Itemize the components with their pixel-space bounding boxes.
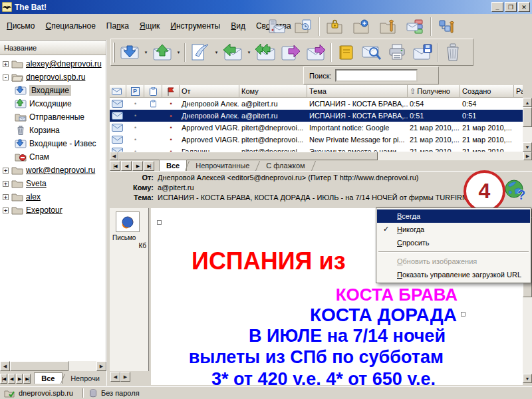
tree-item-outbox[interactable]: Исходящие (0, 97, 106, 110)
column-received[interactable]: ⇧ Получено (408, 85, 460, 98)
expand-icon[interactable]: + (3, 194, 9, 200)
column-subject[interactable]: Тема (307, 85, 408, 98)
list-tab-flagged[interactable]: С флажком (258, 160, 313, 171)
tree-item-account[interactable]: + alex (0, 190, 106, 203)
find-message-button[interactable] (359, 41, 384, 64)
network-setup-button[interactable] (434, 16, 460, 37)
tree-item-trash[interactable]: Корзина (0, 124, 106, 137)
tab-last-button[interactable]: ▶| (144, 161, 154, 171)
tree-item-account[interactable]: + alexey@dneprovoi.ru (0, 57, 106, 70)
tree-item-sent[interactable]: Отправленные (0, 110, 106, 124)
column-from[interactable]: От (180, 85, 239, 98)
scrollbar-thumb[interactable] (10, 361, 68, 371)
delete-button[interactable] (440, 41, 466, 64)
scrollbar-thumb[interactable] (118, 152, 378, 160)
menu-item-always[interactable]: Всегда (377, 209, 530, 223)
folder-new-button[interactable] (348, 16, 375, 37)
menu-item-ask[interactable]: Спросить (377, 236, 530, 249)
status-password[interactable]: Без пароля (101, 389, 140, 397)
column-to[interactable]: Кому (239, 85, 307, 98)
scroll-right-button[interactable]: ▶ (523, 152, 532, 160)
tree-header[interactable]: Название (0, 40, 106, 55)
new-message-button[interactable] (188, 41, 213, 64)
message-row[interactable]: • • Галанин pitert@dneprovoi Экономьте в… (110, 146, 523, 152)
list-tab-unread[interactable]: Непрочитанные (188, 160, 257, 171)
list-vscrollbar[interactable]: ▲ ▼ (523, 98, 532, 152)
folder-setup-button[interactable] (375, 16, 402, 37)
sidebar-hscrollbar[interactable]: ◀ ▶ (0, 361, 106, 371)
minimize-button[interactable]: _ (491, 2, 503, 12)
close-button[interactable]: ✕ (518, 2, 530, 12)
redirect-button[interactable] (303, 41, 329, 64)
restore-button[interactable]: ❐ (505, 2, 517, 12)
title-bar[interactable]: The Bat! _ ❐ ✕ (0, 0, 532, 14)
tab-next-button[interactable]: ▶ (16, 374, 23, 384)
message-row[interactable]: • • Approved VIAGR... pitert@dneprovoi..… (110, 122, 523, 134)
tree-item-inbox[interactable]: Входящие (0, 84, 106, 97)
tree-item-account[interactable]: + Sveta (0, 177, 106, 190)
save-message-button[interactable] (410, 41, 435, 64)
message-row[interactable]: • • Approved VIAGR... pitert@dneprovoi..… (110, 134, 523, 146)
column-created[interactable]: Создано (460, 85, 514, 98)
sidebar-tab-all[interactable]: Все (34, 372, 62, 384)
message-row-selected[interactable]: • • Днепровой Алек... a@pitert.ru ИСПАНИ… (110, 110, 523, 122)
folder-lock-button[interactable] (322, 16, 348, 37)
column-priority[interactable]: P (126, 85, 144, 98)
tree-item-account[interactable]: + Exepotour (0, 203, 106, 217)
collapse-icon[interactable]: - (3, 74, 9, 80)
address-book-button[interactable] (334, 41, 359, 64)
print-button[interactable] (384, 41, 410, 64)
scroll-down-button[interactable]: ▼ (523, 374, 532, 383)
reply-button[interactable] (220, 41, 245, 64)
accounts-sorting-button[interactable] (402, 16, 428, 37)
image-download-globe-icon[interactable]: ? (504, 179, 526, 201)
tab-prev-button[interactable]: ◀ (121, 161, 132, 171)
column-flag[interactable] (162, 85, 180, 98)
scroll-left-button[interactable]: ◀ (0, 361, 10, 371)
menu-instrumenty[interactable]: Инструменты (165, 19, 225, 33)
forward-button[interactable] (278, 41, 303, 64)
message-row[interactable]: • • Днепровой Алек... a@pitert.ru ИСПАНИ… (110, 98, 523, 110)
search-input[interactable] (335, 69, 418, 82)
menu-papka[interactable]: Папка (101, 19, 134, 33)
scrollbar-thumb[interactable] (523, 107, 532, 127)
list-tab-all[interactable]: Все (159, 160, 187, 171)
menu-item-url-download-manager[interactable]: Показать управление загрузкой URL (377, 268, 530, 281)
expand-icon[interactable]: + (3, 181, 9, 187)
column-size[interactable]: Ра (514, 85, 523, 98)
receive-mail-button[interactable] (117, 41, 142, 64)
menu-vid[interactable]: Вид (225, 19, 251, 33)
tree-item-account[interactable]: - dneprovoi.spb.ru (0, 70, 106, 84)
menu-pismo[interactable]: Письмо (1, 19, 41, 33)
expand-icon[interactable]: + (3, 61, 9, 67)
scroll-left-button[interactable]: ◀ (110, 372, 120, 382)
scroll-down-button[interactable]: ▼ (523, 142, 532, 152)
tab-first-button[interactable]: |◀ (110, 161, 120, 171)
tree-item-inbox-news[interactable]: Входящие - Извес (0, 137, 106, 150)
menu-yashchik[interactable]: Ящик (134, 19, 166, 33)
expand-icon[interactable]: + (3, 168, 9, 174)
tree-item-account[interactable]: + work@dneprovoi.ru (0, 164, 106, 177)
mail-server-button[interactable] (263, 16, 290, 37)
tab-last-button[interactable]: ▶| (23, 374, 31, 384)
tree-item-spam[interactable]: Спам (0, 150, 106, 164)
receive-dropdown[interactable]: ▼ (142, 41, 150, 64)
new-message-dropdown[interactable]: ▼ (213, 41, 220, 64)
scroll-left-button[interactable]: ◀ (110, 152, 118, 160)
reply-all-button[interactable] (253, 41, 278, 64)
attachment-item[interactable] (116, 211, 140, 232)
status-account[interactable]: dneprovoi.spb.ru (19, 389, 73, 397)
sidebar-tab-unread[interactable]: Непрочи (63, 373, 108, 384)
folder-history-button[interactable] (290, 16, 317, 37)
column-envelope[interactable] (110, 85, 126, 98)
attachment-hscrollbar[interactable]: ◀ ▶ (110, 372, 130, 382)
expand-icon[interactable]: + (3, 207, 9, 213)
scroll-up-button[interactable]: ▲ (523, 98, 532, 107)
toolbar-grip[interactable] (113, 43, 115, 63)
menu-item-never[interactable]: ✓ Никогда (377, 223, 530, 236)
tab-first-button[interactable]: |◀ (0, 374, 7, 384)
tab-next-button[interactable]: ▶ (132, 161, 143, 171)
scroll-right-button[interactable]: ▶ (96, 361, 106, 371)
scroll-right-button[interactable]: ▶ (120, 372, 130, 382)
tab-prev-button[interactable]: ◀ (8, 374, 15, 384)
